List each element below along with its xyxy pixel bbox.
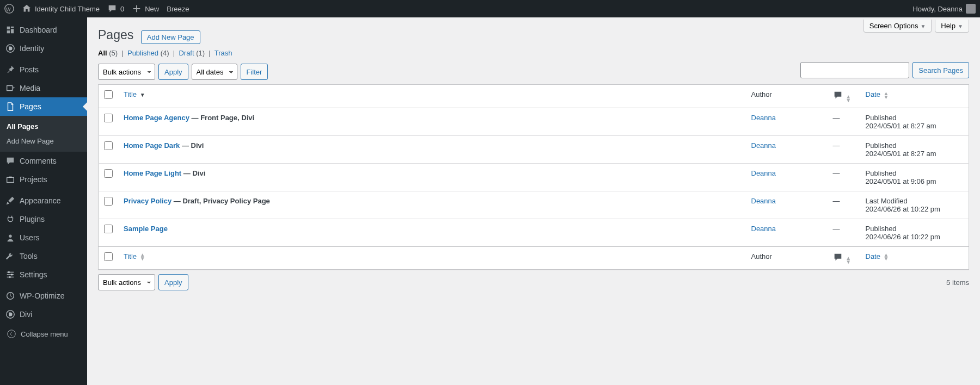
date-cell: Published2024/06/26 at 10:22 pm: [860, 219, 969, 246]
sidebar-item-comments[interactable]: Comments: [0, 152, 87, 170]
view-all[interactable]: All (5): [98, 49, 118, 57]
page-title-link[interactable]: Sample Page: [124, 225, 168, 233]
apply-button-top[interactable]: Apply: [158, 64, 188, 80]
sort-comments-bottom[interactable]: ▲▼: [833, 256, 852, 264]
post-state: — Divi: [183, 169, 205, 177]
sidebar-item-projects[interactable]: Projects: [0, 170, 87, 189]
pin-icon: [5, 65, 15, 74]
sidebar-item-label: Projects: [20, 175, 47, 184]
wp-logo[interactable]: [4, 4, 14, 14]
user-icon: [5, 233, 15, 243]
author-link[interactable]: Deanna: [751, 141, 776, 150]
account-link[interactable]: Howdy, Deanna: [912, 4, 976, 14]
brush-icon: [5, 196, 15, 206]
row-checkbox[interactable]: [104, 225, 113, 233]
items-count-bottom: 5 items: [946, 278, 969, 287]
plug-icon: [5, 214, 15, 224]
view-draft[interactable]: Draft (1): [179, 49, 205, 57]
sidebar-item-users[interactable]: Users: [0, 228, 87, 247]
comments-count: 0: [120, 5, 124, 13]
sidebar-item-settings[interactable]: Settings: [0, 265, 87, 284]
row-checkbox[interactable]: [104, 114, 113, 122]
date-cell: Last Modified2024/06/26 at 10:22 pm: [860, 191, 969, 219]
view-trash[interactable]: Trash: [215, 49, 232, 57]
comment-icon: [833, 256, 843, 264]
sort-comments[interactable]: ▲▼: [833, 94, 852, 102]
page-title-link[interactable]: Home Page Dark: [124, 141, 180, 150]
search-button[interactable]: Search Pages: [912, 62, 969, 78]
new-link[interactable]: New: [132, 4, 159, 14]
admin-toolbar: Identity Child Theme 0 New Breeze Howdy,…: [0, 0, 980, 17]
comments-cell: —: [828, 135, 860, 163]
content-area: Screen Options▼ Help▼ Pages Add New Page…: [87, 17, 980, 385]
dashboard-icon: [5, 25, 15, 35]
sidebar-item-divi[interactable]: Divi: [0, 305, 87, 324]
screen-options-toggle[interactable]: Screen Options▼: [863, 20, 932, 33]
page-title-link[interactable]: Home Page Agency: [124, 114, 189, 122]
page-title-link[interactable]: Home Page Light: [124, 169, 181, 177]
svg-point-5: [9, 276, 11, 278]
new-label: New: [145, 5, 159, 13]
sort-date-bottom[interactable]: Date ▲▼: [866, 252, 889, 260]
sidebar-item-posts[interactable]: Posts: [0, 60, 87, 79]
avatar: [966, 4, 976, 14]
author-link[interactable]: Deanna: [751, 114, 776, 122]
comment-icon: [833, 94, 843, 102]
sidebar-item-label: Identity: [20, 44, 44, 53]
sidebar-item-tools[interactable]: Tools: [0, 247, 87, 265]
table-row: Home Page Light — DiviDeanna—Published20…: [99, 163, 969, 191]
sidebar-item-pages[interactable]: Pages: [0, 97, 87, 116]
sliders-icon: [5, 270, 15, 280]
wrench-icon: [5, 251, 15, 261]
sidebar-item-media[interactable]: Media: [0, 79, 87, 97]
author-link[interactable]: Deanna: [751, 225, 776, 233]
search-box: Search Pages: [800, 62, 969, 78]
sidebar-item-dashboard[interactable]: Dashboard: [0, 21, 87, 39]
sidebar-item-plugins[interactable]: Plugins: [0, 210, 87, 228]
collapse-menu[interactable]: Collapse menu: [0, 324, 87, 344]
sidebar-item-appearance[interactable]: Appearance: [0, 191, 87, 210]
dates-filter-select[interactable]: All dates: [192, 64, 237, 80]
sort-title[interactable]: Title ▼: [124, 90, 145, 98]
page-icon: [5, 102, 15, 111]
submenu-all-pages[interactable]: All Pages: [0, 119, 87, 134]
circle-d-icon: [5, 309, 15, 319]
page-title: Pages: [98, 23, 133, 45]
select-all-bottom[interactable]: [104, 252, 113, 261]
sidebar-item-wp-optimize[interactable]: WP-Optimize: [0, 287, 87, 305]
comments-cell: —: [828, 219, 860, 246]
sort-title-bottom[interactable]: Title ▲▼: [124, 252, 145, 260]
row-checkbox[interactable]: [104, 141, 113, 150]
select-all-top[interactable]: [104, 90, 113, 99]
table-row: Home Page Dark — DiviDeanna—Published202…: [99, 135, 969, 163]
collapse-icon: [7, 329, 16, 339]
add-new-page-button[interactable]: Add New Page: [141, 30, 200, 44]
page-title-link[interactable]: Privacy Policy: [124, 197, 171, 205]
row-checkbox[interactable]: [104, 169, 113, 178]
pages-table: Title ▼ Author ▲▼ Date ▲▼ Home Page Agen…: [98, 84, 969, 270]
author-link[interactable]: Deanna: [751, 197, 776, 205]
view-published[interactable]: Published (4): [127, 49, 169, 57]
howdy-text: Howdy, Deanna: [912, 5, 963, 13]
sidebar-item-label: Pages: [20, 102, 41, 111]
filter-button[interactable]: Filter: [241, 64, 268, 80]
table-row: Privacy Policy — Draft, Privacy Policy P…: [99, 191, 969, 219]
sidebar-item-label: Users: [20, 233, 40, 242]
bulk-actions-select-bottom[interactable]: Bulk actions: [98, 274, 155, 290]
sidebar-item-identity[interactable]: Identity: [0, 39, 87, 58]
breeze-link[interactable]: Breeze: [167, 5, 189, 13]
apply-button-bottom[interactable]: Apply: [158, 274, 188, 290]
views-filter: All (5) | Published (4) | Draft (1) | Tr…: [98, 49, 969, 57]
media-icon: [5, 83, 15, 93]
search-input[interactable]: [800, 62, 909, 78]
row-checkbox[interactable]: [104, 197, 113, 206]
help-toggle[interactable]: Help▼: [935, 20, 969, 33]
comments-link[interactable]: 0: [107, 4, 124, 14]
submenu-add-new-page[interactable]: Add New Page: [0, 134, 87, 148]
site-link[interactable]: Identity Child Theme: [22, 4, 100, 14]
author-link[interactable]: Deanna: [751, 169, 776, 177]
comments-cell: —: [828, 108, 860, 135]
sort-date[interactable]: Date ▲▼: [866, 90, 889, 98]
bulk-actions-select-top[interactable]: Bulk actions: [98, 64, 155, 80]
sidebar-item-label: Settings: [20, 270, 47, 279]
